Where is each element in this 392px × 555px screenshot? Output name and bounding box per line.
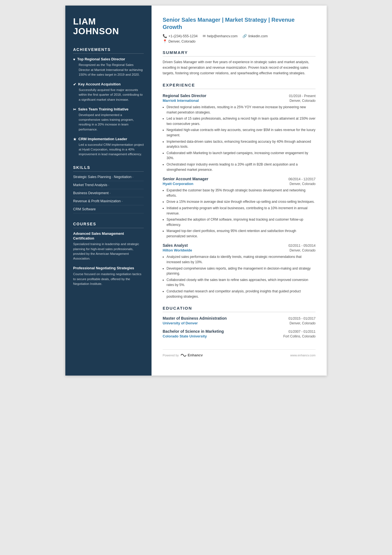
exp-dates: 01/2018 - Present <box>289 94 316 98</box>
exp-bullets: Expanded the customer base by 35% throug… <box>163 188 316 239</box>
edu-dates: 01/2015 - 01/2017 <box>289 317 316 320</box>
achievement-desc: Recognized as the Top Regional Sales Dir… <box>73 63 144 77</box>
bullet-item: Conducted market research and competitor… <box>167 289 316 299</box>
bullet-item: Collaborated closely with the sales team… <box>167 277 316 288</box>
location-icon: 📍 <box>163 39 167 43</box>
candidate-name: LIAM JOHNSON <box>73 17 144 36</box>
location-row: 📍 Denver, Colorado <box>163 39 316 43</box>
email-text: help@enhancv.com <box>207 34 238 38</box>
bullet-item: Analyzed sales performance data to ident… <box>167 254 316 265</box>
achievements-list: ♥ Top Regional Sales Director Recognized… <box>73 57 144 157</box>
skill-item: Revenue & Profit Maximization · <box>73 199 144 205</box>
bullet-item: Directed regional sales initiatives, res… <box>167 105 316 115</box>
main-header-title: Senior Sales Manager | Market Strategy |… <box>163 16 316 31</box>
experience-item: Sales Analyst 02/2011 - 05/2014 Hilton W… <box>163 243 316 299</box>
exp-company-row: Hyatt Corporation Denver, Colorado <box>163 182 316 186</box>
edu-location: Fort Collins, Colorado <box>283 334 316 338</box>
achievement-item: ✔ Key Account Acquisition Successfully a… <box>73 82 144 102</box>
edu-degree: Bachelor of Science in Marketing <box>163 329 224 334</box>
skill-item: Business Development · <box>73 191 144 197</box>
achievement-item: ♥ Top Regional Sales Director Recognized… <box>73 57 144 77</box>
bullet-item: Orchestrated major industry events leadi… <box>167 162 316 172</box>
exp-company: Hyatt Corporation <box>163 182 193 186</box>
linkedin-text: linkedin.com <box>248 34 267 38</box>
achievement-item: ★ CRM Implementation Leader Led a succes… <box>73 137 144 157</box>
exp-bullets: Directed regional sales initiatives, res… <box>163 105 316 172</box>
bullet-item: Led a team of 15 sales professionals, ac… <box>167 116 316 126</box>
exp-job-header: Sales Analyst 02/2011 - 05/2014 <box>163 243 316 248</box>
edu-school: University of Denver <box>163 321 198 325</box>
exp-dates: 06/2014 - 12/2017 <box>289 177 316 181</box>
bullet-item: Expanded the customer base by 35% throug… <box>167 188 316 198</box>
courses-list: Advanced Sales Management Certification … <box>73 231 144 286</box>
bullet-item: Initiated a partnership program with loc… <box>167 206 316 216</box>
edu-degree: Master of Business Administration <box>163 316 227 320</box>
footer-left: Powered by Enhancv <box>163 353 203 357</box>
email-contact: ✉ help@enhancv.com <box>203 34 238 38</box>
course-desc: Course focused on mastering negotiation … <box>73 272 144 286</box>
courses-section-title: COURSES <box>73 222 144 228</box>
experience-item: Senior Account Manager 06/2014 - 12/2017… <box>163 177 316 239</box>
contact-row: 📞 +1-(234)-555-1234 ✉ help@enhancv.com 🔗… <box>163 34 316 38</box>
bullet-item: Implemented data-driven sales tactics, e… <box>167 139 316 149</box>
brand-name: Enhancv <box>188 353 203 357</box>
star-icon: ★ <box>73 137 76 141</box>
powered-by-text: Powered by <box>163 354 179 357</box>
exp-company: Hilton Worldwide <box>163 248 192 252</box>
achievement-title: ✂ Sales Team Training Initiative <box>73 107 144 112</box>
exp-job-header: Regional Sales Director 01/2018 - Presen… <box>163 93 316 98</box>
course-desc: Specialized training in leadership and s… <box>73 242 144 261</box>
main-content: Senior Sales Manager | Market Strategy |… <box>152 6 327 376</box>
exp-bullets: Analyzed sales performance data to ident… <box>163 254 316 299</box>
skills-section-title: SKILLS <box>73 165 144 172</box>
exp-job-title: Regional Sales Director <box>163 93 206 98</box>
bullet-item: Spearheaded the adoption of CRM software… <box>167 217 316 227</box>
link-icon: 🔗 <box>242 34 247 38</box>
education-item: Bachelor of Science in Marketing 01/2007… <box>163 329 316 338</box>
checkmark-icon: ✔ <box>73 82 76 87</box>
email-icon: ✉ <box>203 34 206 38</box>
education-section-title: EDUCATION <box>163 306 316 312</box>
education-item: Master of Business Administration 01/201… <box>163 316 316 325</box>
exp-job-title: Sales Analyst <box>163 243 188 248</box>
edu-school: Colorado State University <box>163 334 207 338</box>
heart-icon: ♥ <box>73 57 75 61</box>
footer: Powered by Enhancv www.enhancv.com <box>163 349 316 357</box>
achievement-desc: Developed and implemented a comprehensiv… <box>73 113 144 132</box>
achievement-desc: Led a successful CRM implementation proj… <box>73 142 144 157</box>
enhancv-logo: Enhancv <box>180 353 203 357</box>
skill-item: Market Trend Analysis · <box>73 183 144 189</box>
sidebar: LIAM JOHNSON ACHIEVEMENTS ♥ Top Regional… <box>65 6 152 376</box>
summary-text: Driven Sales Manager with over five year… <box>163 59 316 76</box>
exp-company-row: Hilton Worldwide Denver, Colorado <box>163 248 316 252</box>
skills-list: Strategic Sales Planning · Negotiation ·… <box>73 175 144 213</box>
exp-dates: 02/2011 - 05/2014 <box>289 244 316 248</box>
bullet-item: Managed top-tier client portfolios, ensu… <box>167 228 316 239</box>
exp-location: Denver, Colorado <box>290 99 316 103</box>
achievement-title: ★ CRM Implementation Leader <box>73 137 144 141</box>
edu-location: Denver, Colorado <box>290 321 316 325</box>
summary-section-title: SUMMARY <box>163 50 316 56</box>
edu-row: Bachelor of Science in Marketing 01/2007… <box>163 329 316 334</box>
bullet-item: Negotiated high-value contracts with key… <box>167 127 316 138</box>
edu-school-row: Colorado State University Fort Collins, … <box>163 334 316 338</box>
skill-item: Strategic Sales Planning · Negotiation · <box>73 175 144 181</box>
bullet-item: Developed comprehensive sales reports, a… <box>167 266 316 276</box>
course-item: Advanced Sales Management Certification … <box>73 231 144 261</box>
exp-location: Denver, Colorado <box>290 248 316 252</box>
achievements-section-title: ACHIEVEMENTS <box>73 47 144 54</box>
exp-location: Denver, Colorado <box>290 182 316 186</box>
exp-company-row: Marriott International Denver, Colorado <box>163 98 316 103</box>
experience-item: Regional Sales Director 01/2018 - Presen… <box>163 93 316 172</box>
course-title: Professional Negotiating Strategies <box>73 266 144 271</box>
experience-section-title: EXPERIENCE <box>163 83 316 89</box>
edu-dates: 01/2007 - 01/2011 <box>289 330 316 334</box>
bullet-item: Drove a 15% increase in average deal siz… <box>167 199 316 204</box>
phone-contact: 📞 +1-(234)-555-1234 <box>163 34 198 38</box>
phone-icon: 📞 <box>163 34 167 38</box>
location-text: Denver, Colorado <box>168 40 195 43</box>
phone-text: +1-(234)-555-1234 <box>168 34 198 38</box>
achievement-item: ✂ Sales Team Training Initiative Develop… <box>73 107 144 132</box>
exp-job-title: Senior Account Manager <box>163 177 208 181</box>
course-title: Advanced Sales Management Certification <box>73 231 144 241</box>
